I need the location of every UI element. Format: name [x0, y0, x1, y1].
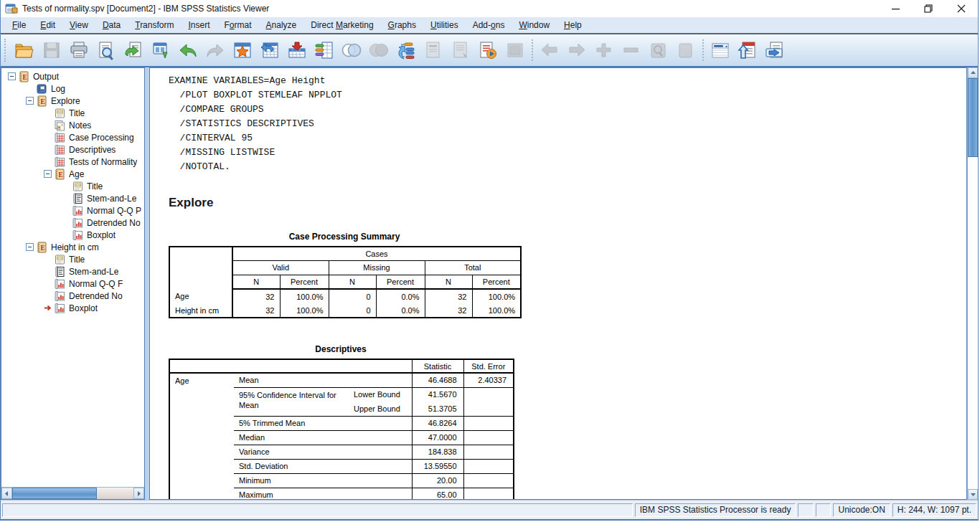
goto-chart-button[interactable] — [229, 37, 256, 64]
use-variable-sets-button[interactable] — [338, 37, 365, 64]
menu-label: nsert — [191, 20, 210, 30]
insert-heading-button — [420, 37, 447, 64]
variables-icon — [314, 39, 335, 61]
collapse-expander-icon[interactable] — [24, 243, 36, 251]
title-icon — [54, 254, 66, 265]
tree-item-title[interactable]: Title — [1, 253, 144, 265]
close-button[interactable] — [945, 0, 978, 17]
menu-analyze[interactable]: Analyze — [259, 19, 304, 32]
case-processing-table: CasesValidMissingTotalNPercentNPercentNP… — [169, 246, 522, 318]
print-preview-button[interactable] — [93, 37, 120, 64]
tree-item-label: Title — [69, 255, 85, 265]
menu-direct-marketing[interactable]: Direct Marketing — [303, 19, 380, 32]
content-vertical-scrollbar[interactable] — [967, 67, 978, 500]
outline-horizontal-scrollbar[interactable] — [1, 487, 144, 499]
menu-transform[interactable]: Transform — [128, 19, 181, 32]
syntax-line: EXAMINE VARIABLES=Age Height — [169, 74, 966, 88]
statistic-label: 5% Trimmed Mean — [234, 416, 412, 430]
tree-item-boxplot[interactable]: Boxplot — [1, 229, 144, 241]
std-error-value — [463, 416, 514, 430]
tree-item-descriptives[interactable]: Descriptives — [1, 143, 144, 156]
chart-icon — [72, 205, 84, 217]
table-properties-button[interactable] — [707, 37, 734, 64]
tree-item-height-in-cm[interactable]: EHeight in cm — [1, 241, 144, 253]
tree-item-label: Case Processing — [69, 133, 134, 143]
tree-item-label: Stem-and-Le — [87, 194, 136, 204]
scroll-track[interactable] — [968, 78, 978, 489]
menu-help[interactable]: Help — [557, 19, 589, 32]
insert-text-button — [447, 37, 474, 64]
table-icon — [54, 144, 66, 156]
collapse-expander-icon[interactable] — [6, 72, 18, 80]
open-file-button[interactable] — [11, 37, 38, 64]
tree-item-log[interactable]: Log — [1, 82, 144, 95]
scroll-track[interactable] — [12, 488, 133, 499]
tree-item-normal-q-q-f[interactable]: Normal Q-Q F — [1, 277, 144, 290]
menu-label: Add- — [473, 20, 491, 30]
designate-window-button[interactable] — [147, 37, 174, 64]
chart-icon — [54, 278, 66, 290]
outline-tree: EOutputLogEExploreTitleNotesCase Process… — [1, 68, 144, 487]
scroll-left-button[interactable] — [1, 488, 12, 499]
tree-item-age[interactable]: EAge — [1, 168, 144, 180]
print-button[interactable] — [65, 37, 93, 64]
restore-button[interactable] — [912, 0, 945, 17]
collapse-expander-icon[interactable] — [42, 170, 54, 178]
syntax-line: /PLOT BOXPLOT STEMLEAF NPPLOT — [169, 88, 966, 103]
scroll-right-button[interactable] — [133, 488, 144, 499]
menu-edit[interactable]: Edit — [33, 19, 62, 32]
tree-item-detrended-no[interactable]: Detrended No — [1, 217, 144, 229]
tree-item-output[interactable]: EOutput — [1, 70, 144, 82]
document-right-arrow-icon — [764, 39, 786, 61]
run-script-button[interactable] — [474, 37, 501, 64]
tree-item-stem-and-le[interactable]: Stem-and-Le — [1, 192, 144, 204]
menu-window[interactable]: Window — [512, 19, 557, 32]
menu-format[interactable]: Format — [217, 19, 259, 32]
statistic-value: 51.3705 — [412, 402, 463, 416]
menu-insert[interactable]: Insert — [181, 19, 217, 32]
tree-item-title[interactable]: Title — [1, 107, 144, 119]
tree-item-case-processing[interactable]: Case Processing — [1, 131, 144, 143]
std-error-value — [463, 473, 514, 488]
book-e-icon: E — [54, 169, 66, 180]
tree-item-boxplot[interactable]: Boxplot — [1, 302, 144, 314]
minimize-button[interactable] — [879, 0, 912, 17]
scroll-down-button[interactable] — [968, 489, 978, 500]
menu-file[interactable]: File — [5, 19, 33, 32]
tree-item-tests-of-normality[interactable]: Tests of Normality — [1, 156, 144, 168]
goto-case-button[interactable] — [283, 37, 311, 64]
collapse-expander-icon[interactable] — [24, 97, 36, 105]
save-icon — [41, 39, 62, 61]
recall-dialogs-button[interactable] — [120, 37, 147, 64]
tree-item-title[interactable]: Title — [1, 180, 144, 192]
scroll-thumb[interactable] — [968, 78, 978, 157]
tree-item-notes[interactable]: Notes — [1, 119, 144, 131]
tree-item-explore[interactable]: EExplore — [1, 95, 144, 107]
document-right-arrow-button[interactable] — [761, 37, 788, 64]
variables-button[interactable] — [311, 37, 338, 64]
chart-icon — [72, 229, 84, 241]
show-outline-button[interactable] — [392, 37, 420, 64]
std-error-value — [463, 387, 514, 402]
menu-graphs[interactable]: Graphs — [381, 19, 423, 32]
log-icon — [36, 83, 48, 95]
std-error-value — [463, 488, 514, 499]
recall-dialogs-icon — [123, 39, 144, 61]
tree-item-detrended-no[interactable]: Detrended No — [1, 290, 144, 302]
undo-button[interactable] — [174, 37, 202, 64]
menu-utilities[interactable]: Utilities — [423, 19, 466, 32]
scroll-up-button[interactable] — [968, 67, 978, 78]
statistic-value: 184.838 — [412, 445, 463, 459]
menu-data[interactable]: Data — [95, 19, 128, 32]
tree-item-normal-q-q-p[interactable]: Normal Q-Q P — [1, 204, 144, 217]
explore-heading: Explore — [169, 196, 966, 210]
table-cell: 0 — [329, 289, 376, 303]
goto-data-button[interactable] — [256, 37, 283, 64]
tree-item-stem-and-le[interactable]: Stem-and-Le — [1, 265, 144, 277]
menu-add-ons[interactable]: Add-ons — [466, 19, 512, 32]
menu-label: ile — [17, 20, 26, 30]
menu-view[interactable]: View — [62, 19, 95, 32]
menu-mnemonic: W — [519, 20, 527, 30]
scroll-thumb[interactable] — [12, 488, 97, 499]
document-up-arrow-button[interactable] — [734, 37, 761, 64]
